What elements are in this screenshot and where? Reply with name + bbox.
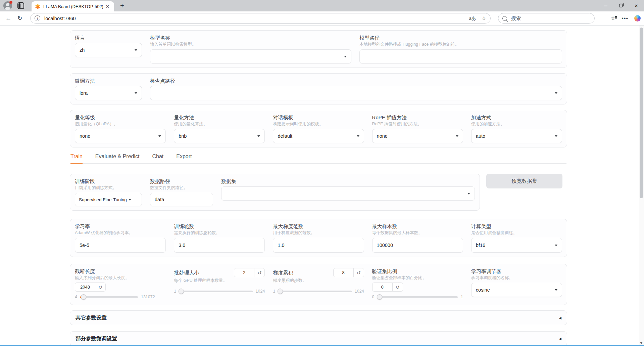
booster-info: 使用的加速方法。 (471, 121, 562, 127)
quantization-bit-dropdown[interactable]: none (75, 129, 166, 143)
workspaces-icon[interactable] (17, 2, 24, 9)
preview-dataset-button[interactable]: 预览数据集 (486, 174, 562, 188)
tab-chat[interactable]: Chat (152, 154, 163, 163)
gradio-page: 语言 zh 模型名称 输入首单词以检索模型。 模型路径 本地模型的文件路径或 H… (0, 26, 644, 346)
tab-close-icon[interactable]: ✕ (104, 4, 111, 9)
num-epochs-info: 需要执行的训练总轮数。 (174, 230, 265, 236)
grad-accum-number[interactable]: 8 ↺ (333, 268, 364, 277)
language-label: 语言 (75, 35, 142, 41)
close-button[interactable]: ✕ (629, 0, 644, 11)
finetuning-type-dropdown[interactable]: lora (75, 86, 142, 100)
val-size-value[interactable]: 0 (373, 283, 392, 291)
dataset-dropdown[interactable] (221, 186, 475, 201)
reset-icon[interactable]: ↺ (254, 268, 264, 277)
scroll-down-icon[interactable]: ▼ (639, 341, 643, 345)
num-epochs-input[interactable]: 3.0 (174, 238, 265, 253)
batch-size-number[interactable]: 2 ↺ (234, 268, 265, 277)
chevron-down-icon (135, 49, 137, 51)
language-dropdown[interactable]: zh (75, 43, 142, 57)
cutoff-len-number[interactable]: 2048 ↺ (75, 283, 106, 292)
training-stage-dropdown[interactable]: Supervised Fine-Tuning (75, 193, 142, 206)
compute-type-dropdown[interactable]: bf16 (471, 238, 562, 253)
learning-rate-input[interactable]: 5e-5 (75, 238, 166, 253)
scrollbar-thumb[interactable] (640, 28, 643, 198)
cutoff-len-label: 截断长度 (75, 268, 166, 274)
accordion-freeze-config[interactable]: 部分参数微调设置 ◀ (70, 331, 567, 346)
slider-row: 截断长度 输入序列分词后的最大长度。 2048 ↺ 4 131072 批处理大小… (70, 264, 567, 305)
model-name-dropdown[interactable] (150, 49, 351, 63)
finetuning-row: 微调方法 lora 检查点路径 (70, 73, 567, 104)
address-bar[interactable]: i localhost:7860 aあ ☆ (30, 13, 491, 24)
favorites-button[interactable]: ☆ (610, 15, 615, 22)
url-text[interactable]: localhost:7860 (44, 16, 469, 21)
rope-scaling-value: none (377, 133, 388, 139)
search-icon (502, 16, 507, 21)
max-samples-value: 100000 (377, 243, 393, 248)
cutoff-len-value[interactable]: 2048 (75, 283, 95, 291)
grad-accum-value[interactable]: 8 (334, 268, 353, 277)
rope-scaling-dropdown[interactable]: none (372, 129, 463, 143)
training-stage-value: Supervised Fine-Tuning (79, 197, 127, 202)
template-value: default (278, 133, 292, 139)
tab-export[interactable]: Export (176, 154, 192, 163)
grad-accum-slider[interactable] (278, 291, 351, 292)
val-size-info: 验证集占全部样本的百分比。 (372, 275, 463, 281)
copilot-button[interactable] (634, 15, 641, 21)
val-size-max: 1 (461, 295, 463, 299)
batch-size-min: 1 (174, 289, 176, 294)
back-button[interactable]: ← (3, 13, 14, 24)
quantization-method-dropdown[interactable]: bnb (174, 129, 265, 143)
booster-dropdown[interactable]: auto (471, 129, 562, 143)
scrollbar[interactable]: ▼ (639, 26, 644, 346)
new-tab-button[interactable]: + (120, 2, 124, 9)
browser-toolbar: ← ↻ i localhost:7860 aあ ☆ 搜索 ☆ ••• (0, 11, 644, 26)
compute-type-label: 计算类型 (471, 223, 562, 229)
hyperparam-row: 学习率 AdamW 优化器的初始学习率。 5e-5 训练轮数 需要执行的训练总轮… (70, 219, 567, 257)
chevron-down-icon (158, 135, 161, 137)
max-samples-input[interactable]: 100000 (372, 238, 463, 253)
model-name-info: 输入首单词以检索模型。 (150, 42, 351, 47)
data-dir-input[interactable]: data (150, 193, 213, 206)
batch-size-label: 批处理大小 (174, 269, 199, 276)
bookmark-star-icon[interactable]: ☆ (482, 15, 486, 21)
template-dropdown[interactable]: default (273, 129, 364, 143)
site-info-icon[interactable]: i (35, 15, 40, 21)
minimize-button[interactable] (598, 0, 613, 11)
dataset-label: 数据集 (221, 178, 475, 184)
grad-accum-info: 梯度累积的步数。 (273, 278, 364, 284)
lr-scheduler-dropdown[interactable]: cosine (471, 283, 562, 297)
quantization-method-label: 量化方法 (174, 114, 265, 121)
tab-train[interactable]: Train (70, 154, 83, 164)
accordion-extra-args[interactable]: 其它参数设置 ◀ (70, 310, 567, 325)
tab-title: LLaMA Board (DESKTOP-502) (43, 4, 104, 9)
profile-avatar[interactable] (3, 1, 12, 10)
val-size-slider[interactable] (378, 296, 458, 298)
maximize-button[interactable] (613, 0, 629, 11)
max-grad-norm-info: 用于梯度裁剪的范数。 (273, 230, 364, 236)
reset-icon[interactable]: ↺ (353, 268, 364, 277)
booster-value: auto (476, 133, 485, 139)
search-box[interactable]: 搜索 (498, 13, 595, 24)
reset-icon[interactable]: ↺ (392, 283, 403, 291)
refresh-button[interactable]: ↻ (14, 13, 26, 24)
batch-size-slider[interactable] (179, 291, 252, 292)
browser-tab[interactable]: LLaMA Board (DESKTOP-502) ✕ (32, 1, 114, 11)
max-grad-norm-value: 1.0 (278, 243, 284, 248)
max-grad-norm-input[interactable]: 1.0 (273, 238, 364, 253)
model-path-label: 模型路径 (359, 35, 562, 41)
advanced-row: 量化等级 启用量化（QLoRA）。 none 量化方法 使用的量化算法。 bnb… (70, 110, 567, 147)
val-size-number[interactable]: 0 ↺ (372, 283, 403, 292)
chevron-left-icon: ◀ (559, 316, 561, 320)
more-options-button[interactable]: ••• (622, 15, 628, 21)
reset-icon[interactable]: ↺ (95, 283, 105, 291)
notification-dot (9, 1, 12, 4)
batch-size-value[interactable]: 2 (234, 268, 254, 277)
cutoff-len-slider[interactable] (80, 296, 138, 298)
max-grad-norm-label: 最大梯度范数 (273, 223, 364, 229)
translate-icon[interactable]: aあ (469, 15, 476, 21)
model-path-input[interactable] (359, 49, 562, 63)
tab-evaluate-predict[interactable]: Evaluate & Predict (95, 154, 140, 163)
template-info: 构建提示词时使用的模板。 (273, 121, 364, 127)
checkpoint-path-dropdown[interactable] (150, 86, 562, 100)
chevron-down-icon (357, 135, 359, 137)
